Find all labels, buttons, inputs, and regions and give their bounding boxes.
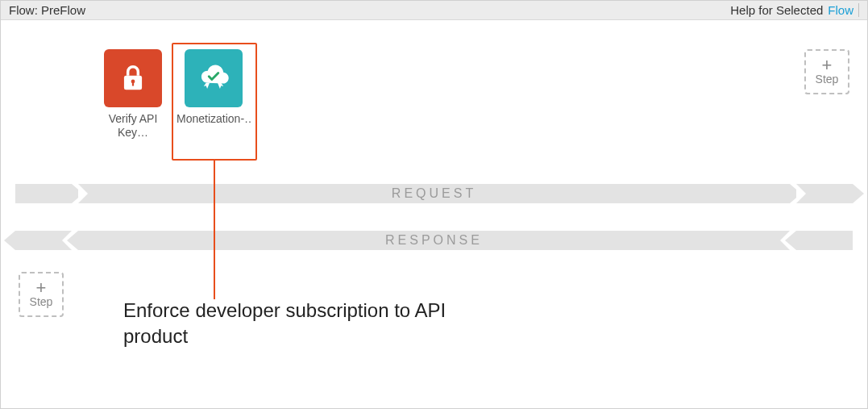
svg-rect-2 [132,82,134,86]
step-label: Step [30,295,53,308]
flow-title: Flow: PreFlow [9,3,85,17]
topbar: Flow: PreFlow Help for Selected Flow [1,1,867,20]
arrow-segment [796,231,853,250]
flow-editor: Flow: PreFlow Help for Selected Flow Ver… [0,0,868,409]
response-lane: RESPONSE [15,228,853,252]
policy-label: Verify API Key… [96,112,170,140]
policy-verify-api-key[interactable]: Verify API Key… [96,49,170,140]
arrow-segment [78,231,790,250]
arrow-segment [15,231,72,250]
policy-label: Monetization-… [177,112,251,140]
request-lane: REQUEST [15,182,853,206]
step-label: Step [816,73,839,86]
plus-icon: + [36,281,47,295]
arrow-segment [78,184,790,203]
add-step-button-response[interactable]: + Step [19,272,64,317]
cloud-check-icon [185,49,243,107]
arrow-segment [796,184,853,203]
annotation-text: Enforce developer subscription to API pr… [123,298,462,350]
flow-link[interactable]: Flow [828,3,859,17]
annotation-connector [214,161,215,299]
plus-icon: + [822,58,833,73]
help-label: Help for Selected [730,3,823,17]
lock-icon [104,49,162,107]
flow-canvas: Verify API Key… Monetization-… REQUEST [1,20,867,408]
arrow-segment [15,184,72,203]
policy-monetization[interactable]: Monetization-… [177,49,251,140]
add-step-button-request[interactable]: + Step [804,49,849,94]
